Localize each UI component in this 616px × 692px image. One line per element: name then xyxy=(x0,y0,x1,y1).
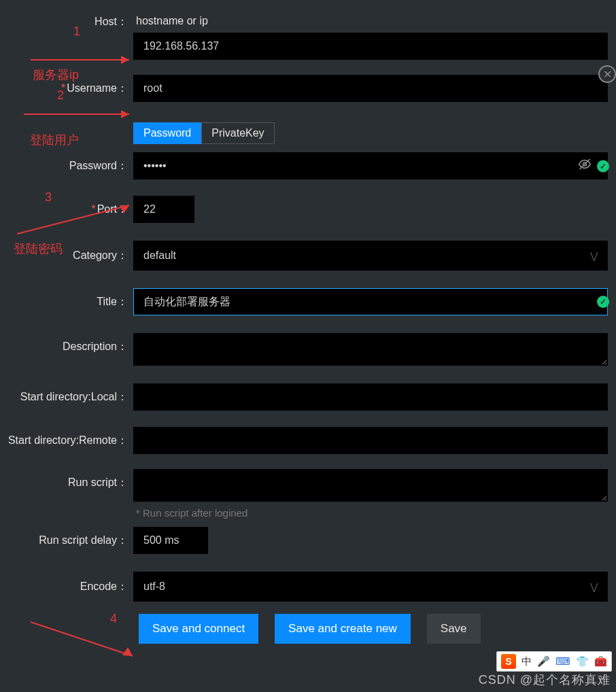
ime-toolbar[interactable]: S 中 🎤 ⌨ 👕 🧰 xyxy=(496,651,612,672)
ime-toolbox-icon[interactable]: 🧰 xyxy=(594,655,607,668)
host-placeholder-text: hostname or ip xyxy=(133,15,608,27)
ime-mic-icon[interactable]: 🎤 xyxy=(537,655,550,668)
title-input[interactable] xyxy=(133,288,608,315)
chevron-down-icon: ⋁ xyxy=(590,581,598,592)
eye-off-icon[interactable] xyxy=(578,158,592,175)
check-icon: ✓ xyxy=(597,160,609,172)
description-input[interactable] xyxy=(133,333,608,366)
ime-keyboard-icon[interactable]: ⌨ xyxy=(555,655,570,668)
password-input[interactable] xyxy=(133,152,608,179)
run-script-delay-label: Run script delay： xyxy=(0,534,133,548)
category-value: default xyxy=(143,249,176,262)
run-script-delay-input[interactable] xyxy=(133,527,208,554)
save-button[interactable]: Save xyxy=(427,614,481,644)
ime-logo-icon: S xyxy=(501,654,516,669)
run-script-input[interactable] xyxy=(133,469,608,502)
username-label: *Username： xyxy=(0,82,133,96)
port-label: *Port： xyxy=(0,203,133,217)
ime-skin-icon[interactable]: 👕 xyxy=(576,655,589,668)
connection-form: Host： hostname or ip *Username： Password… xyxy=(0,0,616,644)
watermark-text: CSDN @起个名称真难 xyxy=(479,672,611,688)
run-script-hint: * Run script after logined xyxy=(133,507,608,519)
chevron-down-icon: ⋁ xyxy=(590,250,598,261)
title-label: Title： xyxy=(0,295,133,309)
svg-marker-9 xyxy=(122,647,133,656)
description-label: Description： xyxy=(0,333,133,354)
username-input[interactable] xyxy=(133,75,608,102)
tab-password[interactable]: Password xyxy=(133,122,201,144)
close-icon[interactable]: ✕ xyxy=(598,65,616,83)
ime-mode[interactable]: 中 xyxy=(521,655,532,668)
start-local-input[interactable] xyxy=(133,383,608,411)
button-bar: Save and connect Save and create new Sav… xyxy=(139,614,616,644)
encode-label: Encode： xyxy=(0,580,133,594)
encode-value: utf-8 xyxy=(143,581,165,593)
host-label: Host： xyxy=(0,15,133,29)
check-icon: ✓ xyxy=(597,296,609,308)
encode-select[interactable]: utf-8 ⋁ xyxy=(133,572,608,602)
host-input[interactable] xyxy=(133,33,608,60)
run-script-label: Run script： xyxy=(0,469,133,490)
start-remote-label: Start directory:Remote： xyxy=(0,434,133,448)
category-label: Category： xyxy=(0,249,133,263)
start-remote-input[interactable] xyxy=(133,427,608,454)
password-label: Password： xyxy=(0,159,133,173)
save-and-connect-button[interactable]: Save and connect xyxy=(139,614,258,644)
port-input[interactable] xyxy=(133,196,194,223)
start-local-label: Start directory:Local： xyxy=(0,390,133,404)
auth-tabs: Password PrivateKey xyxy=(133,122,608,144)
tab-private-key[interactable]: PrivateKey xyxy=(201,122,274,144)
save-and-create-new-button[interactable]: Save and create new xyxy=(275,614,411,644)
category-select[interactable]: default ⋁ xyxy=(133,241,608,271)
